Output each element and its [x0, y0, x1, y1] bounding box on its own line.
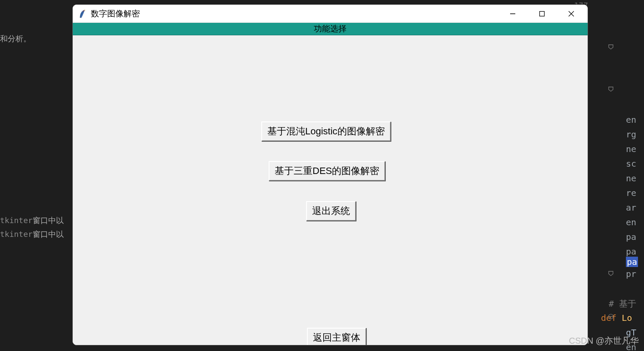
bg-cn-token: 窗口中以 — [33, 216, 64, 225]
bg-token: en — [626, 115, 636, 125]
bg-code-token: tkinter — [0, 230, 33, 239]
bg-token: en — [626, 342, 636, 351]
fold-collapse-icon[interactable] — [608, 314, 614, 321]
client-area: 基于混沌Logistic的图像解密 基于三重DES的图像解密 退出系统 返回主窗… — [73, 35, 588, 345]
bg-token: pr — [626, 269, 636, 279]
bg-text-line3: tkinter窗口中以 — [0, 229, 64, 239]
app-window: 数字图像解密 功能选择 基于混沌Logistic的图像解密 基于三重DES的图像… — [72, 4, 588, 345]
bg-token: rg — [626, 129, 636, 140]
bg-token: ne — [626, 173, 636, 183]
bg-text-line2: tkinter窗口中以 — [0, 215, 64, 226]
close-button[interactable] — [563, 7, 580, 21]
editor-bg-right: en rg ne sc ne re ar en pa pa pa pr # 基于… — [626, 0, 644, 351]
panel-header: 功能选择 — [73, 23, 588, 35]
back-main-button[interactable]: 返回主窗体 — [307, 328, 366, 345]
bg-token-highlighted: pa — [626, 257, 638, 267]
panel-header-label: 功能选择 — [314, 23, 347, 34]
svg-rect-3 — [540, 11, 545, 16]
logistic-decrypt-button[interactable]: 基于混沌Logistic的图像解密 — [261, 121, 391, 141]
bg-token: en — [626, 217, 636, 227]
bg-token: pa — [626, 246, 636, 257]
editor-bg-left: 和分析。 tkinter窗口中以 tkinter窗口中以 — [0, 0, 73, 351]
maximize-button[interactable] — [533, 7, 551, 21]
bg-token: ar — [626, 202, 636, 213]
window-controls — [504, 7, 582, 21]
exit-system-button[interactable]: 退出系统 — [306, 201, 356, 221]
bg-token: sc — [626, 158, 636, 169]
bg-comment-token: # 基于 — [609, 298, 636, 310]
fold-marker-icon[interactable] — [608, 270, 614, 278]
bg-token: gT — [626, 327, 636, 338]
bg-text-line1: 和分析。 — [0, 34, 31, 44]
minimize-button[interactable] — [504, 7, 521, 21]
bg-cn-token: 窗口中以 — [33, 230, 64, 239]
bg-token: re — [626, 188, 636, 198]
titlebar[interactable]: 数字图像解密 — [73, 5, 588, 23]
bg-fn-name: Lo — [622, 313, 632, 323]
des-decrypt-button[interactable]: 基于三重DES的图像解密 — [269, 161, 385, 181]
bg-token: pa — [626, 232, 636, 242]
bg-def-line: def Lo — [601, 313, 632, 323]
bg-code-token: tkinter — [0, 216, 33, 225]
fold-marker-icon[interactable] — [608, 86, 614, 93]
fold-marker-icon[interactable] — [608, 44, 614, 51]
feather-app-icon — [79, 9, 87, 19]
window-title: 数字图像解密 — [91, 8, 140, 19]
bg-token: ne — [626, 144, 636, 154]
